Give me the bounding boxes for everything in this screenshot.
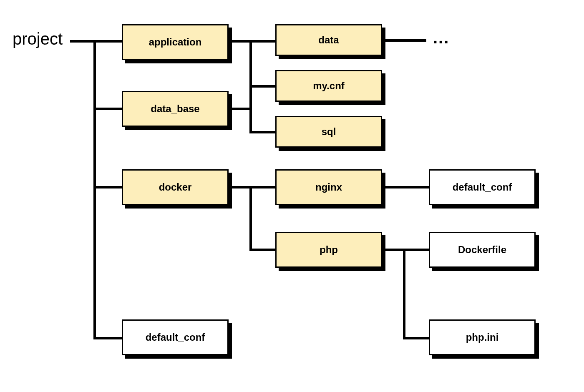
node-default-conf-nginx-label: default_conf bbox=[453, 181, 512, 193]
edge-docker-bus bbox=[249, 186, 252, 251]
edge-php-right bbox=[382, 249, 405, 251]
diagram-stage: project application data_base docker def… bbox=[0, 0, 584, 392]
edge-root-stub bbox=[70, 40, 96, 43]
node-dockerfile-label: Dockerfile bbox=[458, 244, 506, 256]
ellipsis-icon: ... bbox=[433, 28, 449, 47]
node-database: data_base bbox=[122, 91, 229, 127]
node-default-conf-root-label: default_conf bbox=[146, 332, 205, 343]
edge-to-database bbox=[93, 108, 122, 110]
node-phpini-label: php.ini bbox=[466, 332, 499, 343]
node-dockerfile: Dockerfile bbox=[429, 232, 536, 268]
node-sql: sql bbox=[275, 116, 382, 148]
edge-nginx-right bbox=[382, 186, 429, 188]
node-data: data bbox=[275, 24, 382, 56]
edge-data-right bbox=[382, 39, 426, 42]
edge-database-right bbox=[229, 108, 252, 110]
node-mycnf: my.cnf bbox=[275, 70, 382, 102]
edge-to-php bbox=[249, 249, 275, 251]
edge-to-mycnf bbox=[249, 85, 275, 88]
node-application: application bbox=[122, 24, 229, 60]
node-phpini: php.ini bbox=[429, 319, 536, 355]
node-docker-label: docker bbox=[159, 181, 192, 193]
edge-to-docker bbox=[93, 186, 122, 188]
node-application-label: application bbox=[149, 36, 202, 48]
node-default-conf-root: default_conf bbox=[122, 319, 229, 355]
node-php: php bbox=[275, 232, 382, 268]
edge-root-trunk bbox=[93, 40, 96, 339]
node-mycnf-label: my.cnf bbox=[313, 80, 345, 92]
edge-to-nginx bbox=[249, 186, 275, 188]
root-label: project bbox=[13, 28, 79, 49]
edge-to-sql bbox=[249, 131, 275, 133]
edge-to-application bbox=[93, 40, 122, 43]
node-default-conf-nginx: default_conf bbox=[429, 169, 536, 205]
edge-to-default-conf-root bbox=[93, 337, 122, 339]
edge-php-bus bbox=[403, 249, 405, 339]
edge-to-data bbox=[249, 40, 275, 43]
node-nginx: nginx bbox=[275, 169, 382, 205]
edge-to-dockerfile bbox=[403, 249, 429, 251]
node-php-label: php bbox=[320, 244, 338, 256]
node-docker: docker bbox=[122, 169, 229, 205]
edge-application-right bbox=[229, 40, 252, 43]
node-database-label: data_base bbox=[151, 103, 199, 115]
node-sql-label: sql bbox=[322, 126, 336, 138]
node-nginx-label: nginx bbox=[315, 181, 342, 193]
edge-to-phpini bbox=[403, 337, 429, 339]
node-data-label: data bbox=[318, 34, 339, 46]
edge-docker-right bbox=[229, 186, 252, 188]
